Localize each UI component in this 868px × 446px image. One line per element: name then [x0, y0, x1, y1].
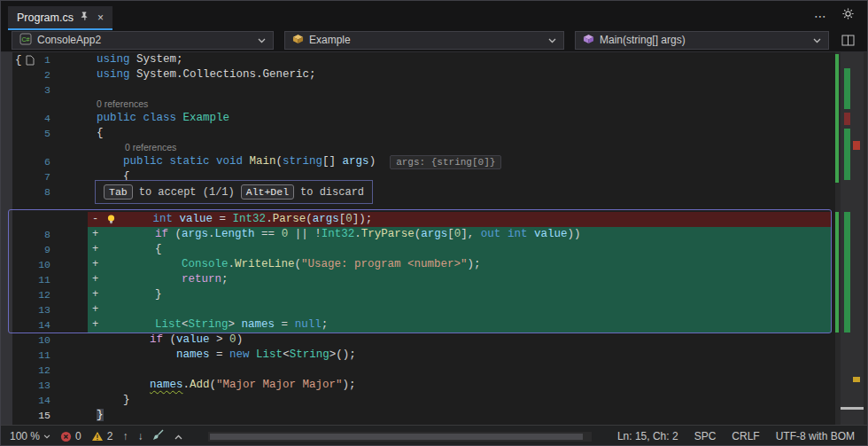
horizontal-scrollbar-thumb[interactable] [210, 434, 583, 440]
code-text: } [58, 408, 104, 423]
error-count: 0 [75, 430, 81, 442]
discard-text: to discard [300, 186, 364, 199]
line-body: + Console.WriteLine("Usage: program <num… [88, 257, 832, 272]
line-number[interactable] [1, 141, 58, 154]
zoom-control[interactable]: 100 % [10, 430, 50, 442]
tab-bar-actions: ⋯ [802, 1, 867, 30]
line-body: public class Example [58, 111, 837, 126]
code-text: return; [102, 272, 229, 287]
code-line[interactable]: 9+ { [1, 242, 837, 257]
type-dropdown[interactable]: Example [284, 31, 564, 50]
line-number[interactable]: 10 [1, 333, 58, 348]
code-line[interactable]: 11+ return; [1, 272, 837, 287]
code-text: { [58, 126, 104, 141]
horizontal-scrollbar[interactable] [208, 432, 592, 442]
line-number[interactable]: 15 [1, 408, 58, 423]
line-number[interactable]: 11 [1, 348, 58, 363]
line-body: { [58, 126, 837, 141]
code-line[interactable]: 8+ if (args.Length == 0 || !Int32.TryPar… [1, 227, 837, 242]
code-line[interactable]: 13 names.Add("Major Major Major"); [1, 378, 837, 393]
code-line[interactable]: 5{ [1, 126, 837, 141]
split-window-icon[interactable] [840, 33, 856, 48]
diff-marker: + [88, 287, 102, 302]
project-dropdown[interactable]: C# ConsoleApp2 [12, 31, 274, 50]
line-number[interactable]: 2 [1, 67, 58, 82]
code-line[interactable]: 14 } [1, 393, 837, 408]
settings-gear-icon[interactable] [841, 7, 855, 24]
line-body: + if (args.Length == 0 || !Int32.TryPars… [88, 227, 832, 242]
line-body: names = new List<String>(); [58, 348, 837, 363]
spaces-indicator[interactable]: SPC [694, 430, 717, 442]
code-line[interactable]: 3 [1, 82, 837, 98]
line-number[interactable]: 10 [1, 257, 58, 272]
code-editor[interactable]: { 1using System;2using System.Collection… [1, 52, 867, 425]
codelens-references[interactable]: 0 references [58, 141, 176, 154]
next-issue-icon[interactable]: ↓ [137, 430, 143, 442]
line-number[interactable]: 12 [1, 287, 58, 302]
code-line[interactable]: 10+ Console.WriteLine("Usage: program <n… [1, 257, 837, 272]
lightbulb-icon[interactable] [102, 212, 120, 227]
line-number[interactable]: 12 [1, 363, 58, 378]
chevron-down-icon [258, 34, 266, 46]
code-line[interactable]: 12 [1, 363, 837, 378]
caret-mark [841, 407, 864, 410]
code-text: } [58, 393, 130, 408]
line-number[interactable]: 8 [1, 227, 58, 242]
member-dropdown[interactable]: Main(string[] args) [575, 31, 829, 50]
line-number[interactable]: 14 [1, 317, 58, 333]
line-ending-indicator[interactable]: CRLF [732, 430, 759, 442]
tab-program-cs[interactable]: Program.cs × [8, 6, 112, 30]
code-line[interactable]: 2using System.Collections.Generic; [1, 67, 837, 82]
method-icon [583, 34, 594, 47]
zoom-value: 100 % [10, 430, 40, 442]
codelens-references[interactable]: 0 references [58, 98, 148, 111]
code-text: using System.Collections.Generic; [58, 67, 316, 82]
diff-marker: + [88, 257, 102, 272]
code-line[interactable]: 6 public static void Main(string[] args)… [1, 154, 837, 169]
code-line[interactable]: 15} [1, 408, 837, 423]
line-number[interactable]: 3 [1, 82, 58, 98]
vertical-scrollbar[interactable] [835, 52, 867, 425]
line-body: 0 references [58, 141, 837, 154]
diff-marker: + [88, 227, 102, 242]
pin-icon[interactable] [80, 11, 89, 24]
line-number[interactable]: 7 [1, 169, 58, 184]
code-text [58, 363, 97, 378]
line-col-indicator[interactable]: Ln: 15, Ch: 2 [617, 430, 678, 442]
code-line[interactable]: 14+ List<String> names = null; [1, 317, 837, 333]
code-line[interactable]: 13+ [1, 302, 837, 317]
line-number[interactable]: 4 [1, 111, 58, 126]
svg-text:C#: C# [22, 36, 30, 43]
line-number[interactable]: 5 [1, 126, 58, 141]
overview-mark-red [844, 113, 850, 125]
line-number[interactable]: 13 [1, 378, 58, 393]
prev-issue-icon[interactable]: ↑ [122, 430, 128, 442]
code-line[interactable]: - int value = Int32.Parse(args[0]); [1, 212, 837, 227]
line-number[interactable] [1, 98, 58, 111]
code-line[interactable]: 1using System; [1, 52, 837, 67]
code-line[interactable]: 10 if (value > 0) [1, 333, 837, 348]
status-bar: 100 % 0 2 ↑ ↓ Ln: 15, Ch: 2 SPC CRLF UTF… [1, 425, 867, 446]
encoding-indicator[interactable]: UTF-8 with BOM [776, 430, 855, 442]
line-number[interactable]: 14 [1, 393, 58, 408]
warning-indicator[interactable]: 2 [91, 430, 113, 442]
line-number[interactable]: 8 [1, 184, 58, 200]
project-name: ConsoleApp2 [37, 34, 101, 46]
brace-glyph: { [15, 54, 22, 67]
line-number[interactable]: 6 [1, 154, 58, 169]
diff-marker: + [88, 272, 102, 287]
code-line[interactable]: 11 names = new List<String>(); [1, 348, 837, 363]
line-number[interactable] [1, 212, 58, 227]
expand-chevron-icon[interactable] [174, 430, 182, 442]
error-indicator[interactable]: 0 [60, 430, 81, 442]
code-line[interactable]: 4public class Example [1, 111, 837, 126]
line-number[interactable]: 11 [1, 272, 58, 287]
more-options-icon[interactable]: ⋯ [814, 9, 827, 23]
close-tab-icon[interactable]: × [97, 12, 104, 24]
code-cleanup-broom-icon[interactable] [152, 429, 165, 443]
line-number[interactable]: 9 [1, 242, 58, 257]
line-number[interactable]: 13 [1, 302, 58, 317]
code-line[interactable]: 12+ } [1, 287, 837, 302]
code-text: int value = Int32.Parse(args[0]); [120, 212, 372, 227]
warning-count: 2 [107, 430, 113, 442]
